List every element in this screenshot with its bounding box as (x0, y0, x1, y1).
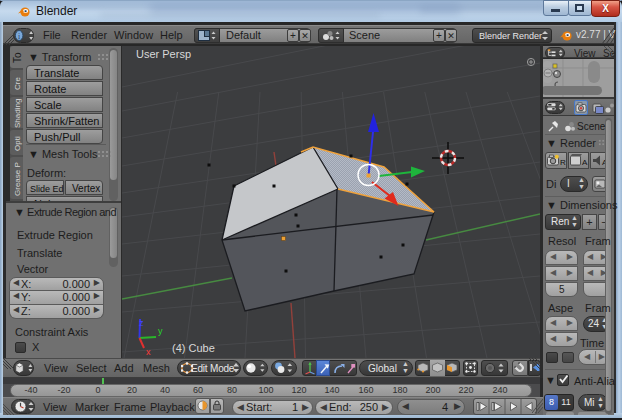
svg-text:(4) Cube: (4) Cube (172, 342, 215, 354)
svg-text:y: y (158, 326, 163, 336)
svg-text:z: z (139, 318, 144, 328)
svg-text:x: x (146, 347, 151, 357)
svg-text:A: A (582, 158, 588, 167)
svg-text:i: i (18, 32, 20, 41)
svg-text:User Persp: User Persp (136, 48, 191, 60)
svg-text:R: R (560, 158, 566, 167)
